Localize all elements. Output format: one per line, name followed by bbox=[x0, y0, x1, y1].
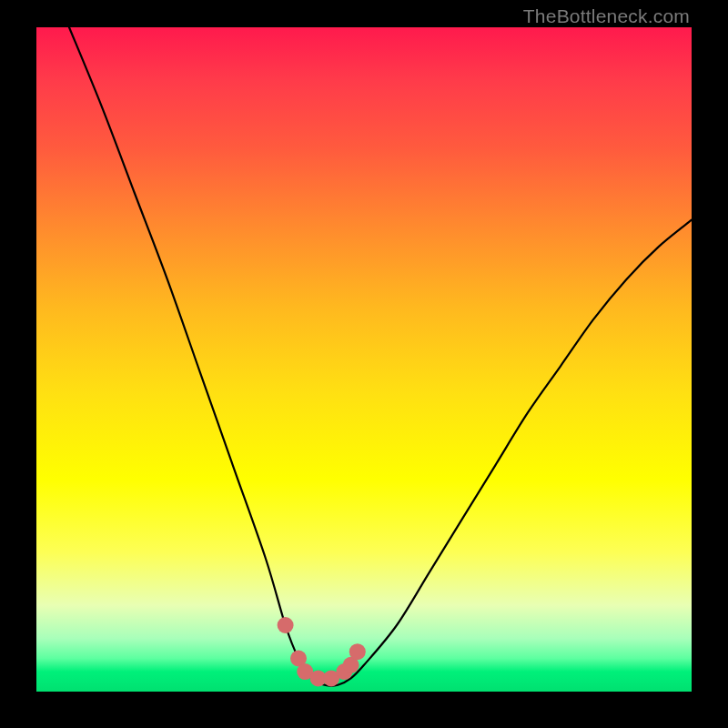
highlight-dot bbox=[278, 617, 294, 633]
watermark-text: TheBottleneck.com bbox=[523, 5, 690, 27]
plot-area bbox=[36, 27, 692, 692]
chart-canvas: TheBottleneck.com bbox=[0, 0, 728, 728]
highlight-dot bbox=[349, 643, 366, 660]
bottleneck-curve bbox=[69, 27, 692, 686]
chart-svg bbox=[36, 27, 692, 692]
